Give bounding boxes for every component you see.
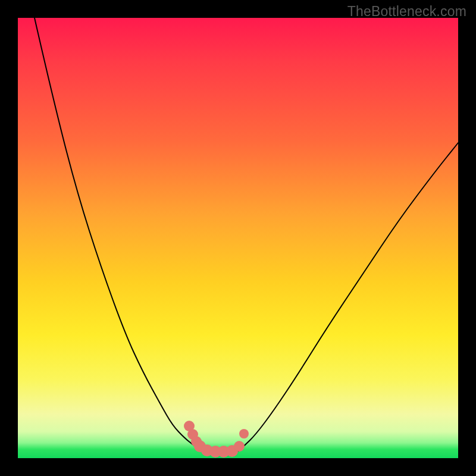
series-left-curve bbox=[35, 18, 203, 451]
marker-right-dot-upper bbox=[239, 429, 249, 439]
marker-right-dot-lower bbox=[234, 441, 245, 452]
curve-layer bbox=[18, 18, 458, 458]
outer-black-frame: TheBottleneck.com bbox=[0, 0, 476, 476]
watermark-text: TheBottleneck.com bbox=[347, 4, 466, 20]
plot-area bbox=[18, 18, 458, 458]
series-right-curve bbox=[238, 143, 458, 451]
